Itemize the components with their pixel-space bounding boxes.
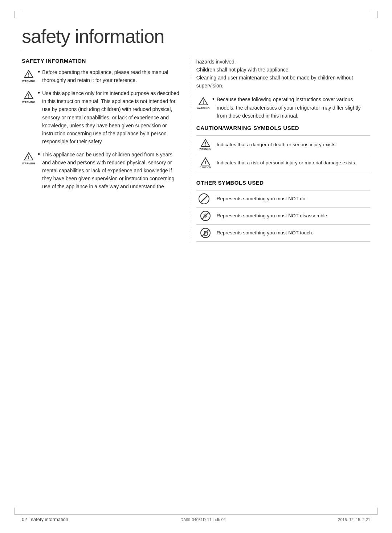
bullet-text-3: This appliance can be used by children a… — [42, 151, 181, 191]
caution-symbols-table: ! WARNING Indicates that a danger of dea… — [196, 135, 370, 173]
bullet-dot-right-1: • — [212, 95, 215, 103]
symbol-row-caution: ! CAUTION Indicates that a risk of perso… — [196, 154, 370, 172]
symbol-desc-caution: Indicates that a risk of personal injury… — [215, 154, 370, 172]
corner-mark-tr-h — [370, 11, 377, 11]
not-do-icon — [199, 193, 209, 204]
caution-symbol: ! CAUTION — [199, 157, 212, 169]
symbol-row-not-do: Represents something you must NOT do. — [196, 190, 370, 208]
svg-text:!: ! — [28, 94, 29, 99]
warning-label-1: WARNING — [22, 79, 35, 83]
warning-icon-right-1: ! — [198, 96, 208, 106]
right-top-text: hazards involved.Children shall not play… — [196, 58, 370, 90]
svg-text:!: ! — [205, 142, 206, 147]
warning-icon-col-1: ! WARNING — [22, 68, 36, 83]
corner-mark-tr-v — [377, 11, 377, 18]
caution-symbols-section: CAUTION/WARNING SYMBOLS USED ! WARNING — [196, 125, 370, 173]
other-symbols-section: OTHER SYMBOLS USED Represents something … — [196, 180, 370, 242]
corner-mark-bl-h — [15, 514, 22, 515]
bullet-item-1: ! WARNING • Before operating the applian… — [22, 68, 181, 84]
symbol-cell-warning: ! WARNING — [196, 135, 215, 154]
svg-text:!: ! — [203, 100, 204, 105]
symbol-desc-not-touch: Represents something you must NOT touch. — [215, 225, 370, 242]
symbol-cell-not-disassemble — [196, 208, 215, 225]
warning-icon-col-2: ! WARNING — [22, 89, 36, 104]
bullet-text-right-1: Because these following operating instru… — [217, 95, 370, 119]
warning-label-2: WARNING — [22, 101, 35, 104]
other-symbols-table: Represents something you must NOT do. — [196, 190, 370, 242]
page-title: safety information — [22, 25, 370, 51]
corner-mark-br-v — [377, 508, 377, 515]
warning-icon-col-3: ! WARNING — [22, 151, 36, 166]
svg-text:!: ! — [28, 73, 29, 78]
svg-text:!: ! — [205, 160, 206, 165]
symbol-row-not-touch: Represents something you must NOT touch. — [196, 225, 370, 242]
svg-text:!: ! — [28, 155, 29, 160]
caution-text-label: CAUTION — [200, 166, 211, 169]
warning-text-label: WARNING — [199, 147, 211, 151]
bullet-dot-2: • — [38, 89, 40, 97]
bullet-dot-1: • — [38, 68, 40, 76]
symbol-desc-not-do: Represents something you must NOT do. — [215, 190, 370, 208]
bullet-item-2: ! WARNING • Use this appliance only for … — [22, 89, 181, 145]
bullet-item-3: ! WARNING • This appliance can be used b… — [22, 151, 181, 191]
bullet-text-1: Before operating the appliance, please r… — [42, 68, 181, 84]
symbol-cell-caution: ! CAUTION — [196, 154, 215, 172]
corner-mark-tl-h — [15, 11, 22, 11]
safety-bullet-list: ! WARNING • Before operating the applian… — [22, 68, 181, 191]
not-disassemble-svg — [200, 210, 211, 221]
not-touch-icon — [200, 227, 211, 238]
warning-symbol: ! WARNING — [199, 139, 212, 151]
footer-filename: DA99-04031D-11.indb 02 — [180, 517, 226, 522]
symbol-row-warning: ! WARNING Indicates that a danger of dea… — [196, 135, 370, 154]
other-symbols-heading: OTHER SYMBOLS USED — [196, 180, 370, 186]
content-columns: SAFETY INFORMATION ! WARNING • — [22, 58, 370, 242]
symbol-cell-not-touch — [196, 225, 215, 242]
corner-mark-tl-v — [15, 11, 15, 18]
symbol-desc-not-disassemble: Represents something you must NOT disass… — [215, 208, 370, 225]
warning-icon-3: ! — [24, 151, 34, 161]
symbol-desc-warning: Indicates that a danger of death or seri… — [215, 135, 370, 154]
safety-information-heading: SAFETY INFORMATION — [22, 58, 181, 64]
caution-symbols-heading: CAUTION/WARNING SYMBOLS USED — [196, 125, 370, 131]
page-container: safety information SAFETY INFORMATION ! — [0, 0, 392, 533]
not-touch-svg — [200, 227, 211, 238]
warning-label-right-1: WARNING — [197, 107, 210, 111]
warning-icon-col-right-1: ! WARNING — [196, 95, 210, 111]
warning-label-3: WARNING — [22, 162, 35, 166]
warning-triangle-svg: ! — [201, 139, 210, 147]
not-disassemble-icon — [200, 210, 211, 221]
bullet-dot-3: • — [38, 151, 40, 159]
svg-line-13 — [202, 212, 209, 220]
footer-page-num: 02_ safety information — [22, 517, 68, 522]
warning-icon-2: ! — [24, 90, 34, 100]
right-column: hazards involved.Children shall not play… — [189, 58, 370, 242]
caution-triangle-svg: ! — [201, 157, 210, 166]
corner-mark-br-h — [370, 514, 377, 515]
right-bullet-item-1: ! WARNING • Because these following oper… — [196, 95, 370, 119]
left-column: SAFETY INFORMATION ! WARNING • — [22, 58, 189, 242]
footer-date: 2015. 12. 15. 2:21 — [338, 517, 370, 522]
bullet-text-2: Use this appliance only for its intended… — [42, 89, 181, 145]
warning-icon-1: ! — [24, 69, 34, 79]
page-footer: 02_ safety information DA99-04031D-11.in… — [22, 514, 370, 522]
symbol-row-not-disassemble: Represents something you must NOT disass… — [196, 208, 370, 225]
corner-mark-bl-v — [15, 508, 15, 515]
symbol-cell-not-do — [196, 190, 215, 208]
